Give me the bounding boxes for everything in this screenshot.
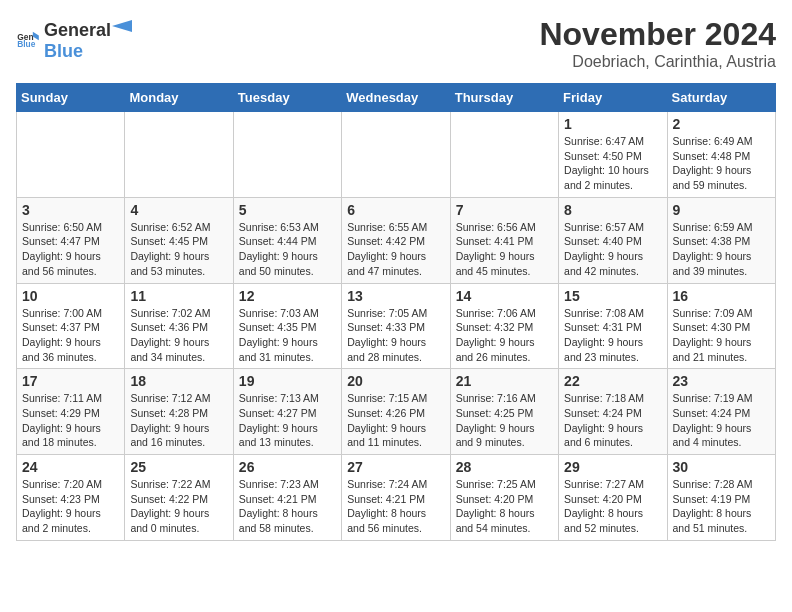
weekday-header-tuesday: Tuesday bbox=[233, 84, 341, 112]
calendar-cell: 26Sunrise: 7:23 AM Sunset: 4:21 PM Dayli… bbox=[233, 455, 341, 541]
calendar-week-3: 10Sunrise: 7:00 AM Sunset: 4:37 PM Dayli… bbox=[17, 283, 776, 369]
calendar-cell: 25Sunrise: 7:22 AM Sunset: 4:22 PM Dayli… bbox=[125, 455, 233, 541]
day-info: Sunrise: 7:27 AM Sunset: 4:20 PM Dayligh… bbox=[564, 477, 661, 536]
calendar-week-1: 1Sunrise: 6:47 AM Sunset: 4:50 PM Daylig… bbox=[17, 112, 776, 198]
calendar-cell: 19Sunrise: 7:13 AM Sunset: 4:27 PM Dayli… bbox=[233, 369, 341, 455]
day-number: 20 bbox=[347, 373, 444, 389]
day-info: Sunrise: 6:52 AM Sunset: 4:45 PM Dayligh… bbox=[130, 220, 227, 279]
calendar-cell: 29Sunrise: 7:27 AM Sunset: 4:20 PM Dayli… bbox=[559, 455, 667, 541]
day-number: 17 bbox=[22, 373, 119, 389]
calendar-cell: 11Sunrise: 7:02 AM Sunset: 4:36 PM Dayli… bbox=[125, 283, 233, 369]
day-info: Sunrise: 7:06 AM Sunset: 4:32 PM Dayligh… bbox=[456, 306, 553, 365]
weekday-header-sunday: Sunday bbox=[17, 84, 125, 112]
day-info: Sunrise: 7:20 AM Sunset: 4:23 PM Dayligh… bbox=[22, 477, 119, 536]
day-number: 18 bbox=[130, 373, 227, 389]
day-info: Sunrise: 6:55 AM Sunset: 4:42 PM Dayligh… bbox=[347, 220, 444, 279]
logo-blue-text: Blue bbox=[44, 41, 133, 62]
day-info: Sunrise: 7:22 AM Sunset: 4:22 PM Dayligh… bbox=[130, 477, 227, 536]
calendar-cell: 8Sunrise: 6:57 AM Sunset: 4:40 PM Daylig… bbox=[559, 197, 667, 283]
day-number: 5 bbox=[239, 202, 336, 218]
day-info: Sunrise: 6:56 AM Sunset: 4:41 PM Dayligh… bbox=[456, 220, 553, 279]
weekday-header-wednesday: Wednesday bbox=[342, 84, 450, 112]
day-number: 3 bbox=[22, 202, 119, 218]
logo: Gen Blue General Blue bbox=[16, 16, 133, 62]
day-info: Sunrise: 7:19 AM Sunset: 4:24 PM Dayligh… bbox=[673, 391, 770, 450]
calendar-cell: 5Sunrise: 6:53 AM Sunset: 4:44 PM Daylig… bbox=[233, 197, 341, 283]
day-info: Sunrise: 6:59 AM Sunset: 4:38 PM Dayligh… bbox=[673, 220, 770, 279]
calendar-cell: 3Sunrise: 6:50 AM Sunset: 4:47 PM Daylig… bbox=[17, 197, 125, 283]
svg-text:Blue: Blue bbox=[17, 39, 36, 49]
day-number: 29 bbox=[564, 459, 661, 475]
location-title: Doebriach, Carinthia, Austria bbox=[539, 53, 776, 71]
day-number: 30 bbox=[673, 459, 770, 475]
weekday-header-row: SundayMondayTuesdayWednesdayThursdayFrid… bbox=[17, 84, 776, 112]
calendar-cell: 28Sunrise: 7:25 AM Sunset: 4:20 PM Dayli… bbox=[450, 455, 558, 541]
day-number: 21 bbox=[456, 373, 553, 389]
day-number: 7 bbox=[456, 202, 553, 218]
day-number: 13 bbox=[347, 288, 444, 304]
title-area: November 2024 Doebriach, Carinthia, Aust… bbox=[539, 16, 776, 71]
calendar-cell: 7Sunrise: 6:56 AM Sunset: 4:41 PM Daylig… bbox=[450, 197, 558, 283]
day-number: 19 bbox=[239, 373, 336, 389]
calendar-cell: 15Sunrise: 7:08 AM Sunset: 4:31 PM Dayli… bbox=[559, 283, 667, 369]
weekday-header-thursday: Thursday bbox=[450, 84, 558, 112]
day-number: 6 bbox=[347, 202, 444, 218]
day-number: 22 bbox=[564, 373, 661, 389]
day-info: Sunrise: 7:00 AM Sunset: 4:37 PM Dayligh… bbox=[22, 306, 119, 365]
day-info: Sunrise: 7:11 AM Sunset: 4:29 PM Dayligh… bbox=[22, 391, 119, 450]
day-info: Sunrise: 7:24 AM Sunset: 4:21 PM Dayligh… bbox=[347, 477, 444, 536]
calendar-cell: 14Sunrise: 7:06 AM Sunset: 4:32 PM Dayli… bbox=[450, 283, 558, 369]
weekday-header-saturday: Saturday bbox=[667, 84, 775, 112]
day-info: Sunrise: 7:23 AM Sunset: 4:21 PM Dayligh… bbox=[239, 477, 336, 536]
day-number: 23 bbox=[673, 373, 770, 389]
calendar-cell: 6Sunrise: 6:55 AM Sunset: 4:42 PM Daylig… bbox=[342, 197, 450, 283]
calendar-cell bbox=[233, 112, 341, 198]
calendar-cell: 9Sunrise: 6:59 AM Sunset: 4:38 PM Daylig… bbox=[667, 197, 775, 283]
calendar-cell: 12Sunrise: 7:03 AM Sunset: 4:35 PM Dayli… bbox=[233, 283, 341, 369]
day-number: 24 bbox=[22, 459, 119, 475]
calendar-cell: 24Sunrise: 7:20 AM Sunset: 4:23 PM Dayli… bbox=[17, 455, 125, 541]
day-info: Sunrise: 7:02 AM Sunset: 4:36 PM Dayligh… bbox=[130, 306, 227, 365]
day-number: 28 bbox=[456, 459, 553, 475]
day-number: 10 bbox=[22, 288, 119, 304]
calendar-cell: 16Sunrise: 7:09 AM Sunset: 4:30 PM Dayli… bbox=[667, 283, 775, 369]
day-info: Sunrise: 7:13 AM Sunset: 4:27 PM Dayligh… bbox=[239, 391, 336, 450]
day-info: Sunrise: 7:25 AM Sunset: 4:20 PM Dayligh… bbox=[456, 477, 553, 536]
day-number: 25 bbox=[130, 459, 227, 475]
calendar-cell bbox=[17, 112, 125, 198]
day-info: Sunrise: 7:03 AM Sunset: 4:35 PM Dayligh… bbox=[239, 306, 336, 365]
day-number: 12 bbox=[239, 288, 336, 304]
calendar-cell: 18Sunrise: 7:12 AM Sunset: 4:28 PM Dayli… bbox=[125, 369, 233, 455]
day-info: Sunrise: 7:16 AM Sunset: 4:25 PM Dayligh… bbox=[456, 391, 553, 450]
day-number: 4 bbox=[130, 202, 227, 218]
calendar-week-5: 24Sunrise: 7:20 AM Sunset: 4:23 PM Dayli… bbox=[17, 455, 776, 541]
logo-icon: Gen Blue bbox=[16, 27, 40, 51]
calendar-cell: 23Sunrise: 7:19 AM Sunset: 4:24 PM Dayli… bbox=[667, 369, 775, 455]
day-info: Sunrise: 7:09 AM Sunset: 4:30 PM Dayligh… bbox=[673, 306, 770, 365]
calendar-cell: 13Sunrise: 7:05 AM Sunset: 4:33 PM Dayli… bbox=[342, 283, 450, 369]
calendar-cell: 4Sunrise: 6:52 AM Sunset: 4:45 PM Daylig… bbox=[125, 197, 233, 283]
calendar-cell: 22Sunrise: 7:18 AM Sunset: 4:24 PM Dayli… bbox=[559, 369, 667, 455]
logo-triangle-icon bbox=[112, 16, 132, 36]
day-number: 1 bbox=[564, 116, 661, 132]
day-info: Sunrise: 7:28 AM Sunset: 4:19 PM Dayligh… bbox=[673, 477, 770, 536]
day-info: Sunrise: 7:18 AM Sunset: 4:24 PM Dayligh… bbox=[564, 391, 661, 450]
calendar-cell: 20Sunrise: 7:15 AM Sunset: 4:26 PM Dayli… bbox=[342, 369, 450, 455]
calendar-table: SundayMondayTuesdayWednesdayThursdayFrid… bbox=[16, 83, 776, 541]
calendar-week-4: 17Sunrise: 7:11 AM Sunset: 4:29 PM Dayli… bbox=[17, 369, 776, 455]
calendar-cell: 2Sunrise: 6:49 AM Sunset: 4:48 PM Daylig… bbox=[667, 112, 775, 198]
day-info: Sunrise: 6:47 AM Sunset: 4:50 PM Dayligh… bbox=[564, 134, 661, 193]
calendar-cell bbox=[450, 112, 558, 198]
weekday-header-monday: Monday bbox=[125, 84, 233, 112]
calendar-cell bbox=[342, 112, 450, 198]
day-number: 26 bbox=[239, 459, 336, 475]
day-info: Sunrise: 6:57 AM Sunset: 4:40 PM Dayligh… bbox=[564, 220, 661, 279]
calendar-cell: 1Sunrise: 6:47 AM Sunset: 4:50 PM Daylig… bbox=[559, 112, 667, 198]
day-number: 14 bbox=[456, 288, 553, 304]
day-info: Sunrise: 7:12 AM Sunset: 4:28 PM Dayligh… bbox=[130, 391, 227, 450]
calendar-cell: 17Sunrise: 7:11 AM Sunset: 4:29 PM Dayli… bbox=[17, 369, 125, 455]
day-info: Sunrise: 6:49 AM Sunset: 4:48 PM Dayligh… bbox=[673, 134, 770, 193]
weekday-header-friday: Friday bbox=[559, 84, 667, 112]
logo-general-text: General bbox=[44, 20, 111, 41]
day-number: 11 bbox=[130, 288, 227, 304]
